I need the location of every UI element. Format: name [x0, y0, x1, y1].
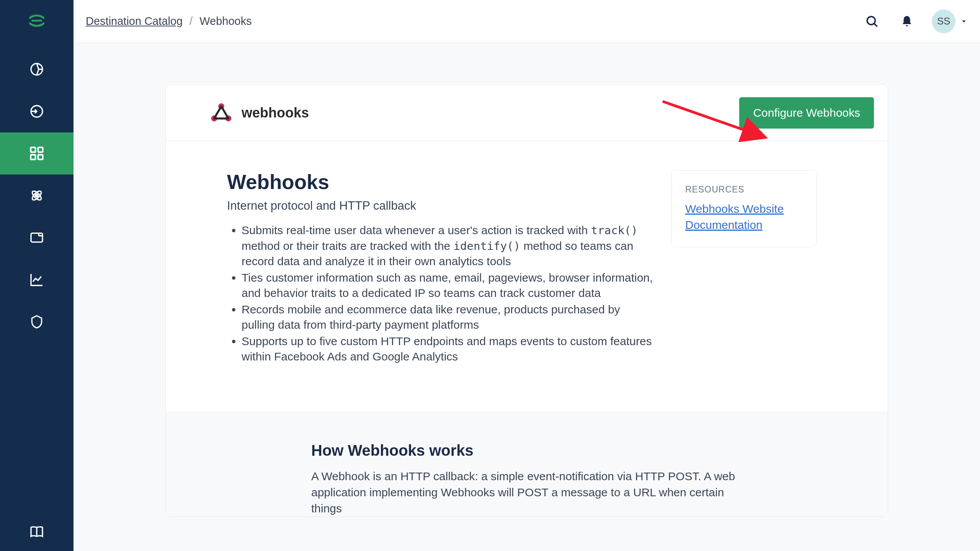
- webhooks-logo-icon: [209, 100, 234, 126]
- feature-item: Submits real-time user data whenever a u…: [242, 223, 656, 269]
- svg-rect-10: [31, 233, 42, 242]
- svg-rect-5: [31, 155, 35, 160]
- feature-list: Submits real-time user data whenever a u…: [227, 223, 656, 365]
- product-title: webhooks: [209, 100, 309, 126]
- breadcrumb-separator: /: [189, 15, 193, 28]
- resources-label: RESOURCES: [685, 184, 802, 195]
- chevron-down-icon: [960, 18, 968, 25]
- feature-item: Records mobile and ecommerce data like r…: [242, 302, 656, 333]
- user-menu[interactable]: SS: [932, 10, 968, 33]
- sidebar-item-privacy[interactable]: [0, 301, 74, 343]
- how-it-works-paragraph: A Webhook is an HTTP callback: a simple …: [311, 468, 740, 517]
- svg-rect-4: [38, 147, 43, 152]
- svg-point-11: [867, 16, 875, 24]
- svg-point-9: [36, 194, 38, 197]
- app-logo: [27, 11, 47, 32]
- breadcrumb-link[interactable]: Destination Catalog: [86, 15, 183, 28]
- sidebar-item-docs[interactable]: [0, 513, 74, 551]
- breadcrumb-current: Webhooks: [199, 15, 252, 28]
- search-icon: [865, 15, 879, 28]
- sidebar-item-catalog[interactable]: [0, 132, 74, 174]
- sidebar-item-personas[interactable]: [0, 174, 74, 217]
- page-title: Webhooks: [227, 170, 656, 194]
- svg-rect-6: [38, 155, 43, 160]
- bell-icon: [900, 15, 913, 28]
- page-subtitle: Internet protocol and HTTP callback: [227, 199, 656, 213]
- notifications-button[interactable]: [897, 12, 916, 31]
- configure-button[interactable]: Configure Webhooks: [739, 97, 874, 129]
- feature-item: Ties customer information such as name, …: [242, 270, 656, 301]
- how-it-works-heading: How Webhooks works: [311, 442, 888, 459]
- sidebar-item-sources[interactable]: [0, 48, 74, 90]
- sidebar-item-analytics[interactable]: [0, 259, 74, 301]
- svg-rect-3: [31, 147, 35, 152]
- destination-card: webhooks Configure Webhooks Webhooks Int…: [165, 84, 888, 517]
- sidebar-item-protocols[interactable]: [0, 217, 74, 259]
- sidebar: [0, 0, 74, 551]
- resources-box: RESOURCES Webhooks Website Documentation: [671, 170, 817, 247]
- breadcrumb: Destination Catalog / Webhooks: [86, 15, 252, 28]
- product-name: webhooks: [242, 105, 309, 121]
- how-it-works-section: How Webhooks works A Webhook is an HTTP …: [166, 411, 888, 517]
- search-button[interactable]: [862, 11, 882, 31]
- avatar: SS: [932, 10, 956, 33]
- sidebar-item-destinations[interactable]: [0, 90, 74, 132]
- feature-item: Supports up to five custom HTTP endpoint…: [242, 334, 656, 365]
- topbar: Destination Catalog / Webhooks S: [74, 0, 980, 43]
- resources-link[interactable]: Webhooks Website Documentation: [685, 201, 802, 233]
